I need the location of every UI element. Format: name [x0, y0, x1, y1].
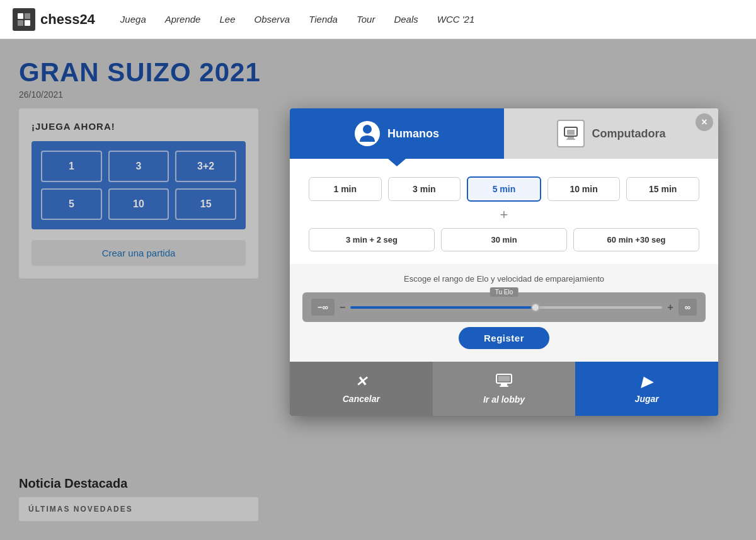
- slider-container: Tu Elo −∞ − + ∞: [302, 292, 706, 322]
- register-button[interactable]: Register: [459, 327, 549, 349]
- modal-body: 1 min 3 min 5 min 10 min 15 min + 3 min …: [290, 159, 718, 362]
- svg-rect-6: [567, 130, 575, 135]
- play-modal: × Humanos: [290, 108, 718, 416]
- logo-text: chess24: [40, 11, 95, 28]
- play-label: Jugar: [635, 394, 659, 404]
- lobby-icon: [495, 373, 513, 391]
- svg-rect-11: [501, 384, 507, 386]
- svg-rect-10: [498, 376, 510, 381]
- minus-infinity-btn[interactable]: −∞: [311, 299, 335, 316]
- elo-section: Escoge el rango de Elo y velocidad de em…: [290, 264, 718, 362]
- svg-rect-3: [25, 20, 30, 26]
- nav-aprende[interactable]: Aprende: [165, 14, 201, 25]
- elo-slider-fill: [350, 306, 537, 309]
- cancel-button[interactable]: ✕ Cancelar: [290, 362, 433, 416]
- time-options-row2: 3 min + 2 seg 30 min 60 min +30 seg: [309, 228, 699, 251]
- plus-btn[interactable]: +: [667, 302, 673, 313]
- time-opt-15min[interactable]: 15 min: [626, 177, 699, 201]
- logo[interactable]: chess24: [13, 8, 95, 31]
- svg-rect-8: [566, 139, 575, 140]
- modal-tabs: Humanos Computadora: [290, 108, 718, 159]
- main-content: GRAN SUIZO 2021 26/10/2021 ¡JUEGA AHORA!…: [0, 39, 756, 540]
- elo-slider-track[interactable]: [350, 306, 662, 309]
- nav-lee[interactable]: Lee: [219, 14, 235, 25]
- computer-tab-label: Computadora: [592, 127, 666, 141]
- play-button[interactable]: ▶ Jugar: [575, 362, 718, 416]
- elo-label: Escoge el rango de Elo y velocidad de em…: [302, 274, 706, 284]
- tab-computer[interactable]: Computadora: [504, 108, 718, 159]
- nav-wcc21[interactable]: WCC '21: [437, 14, 475, 25]
- header: chess24 Juega Aprende Lee Observa Tienda…: [0, 0, 756, 39]
- lobby-button[interactable]: Ir al lobby: [433, 362, 576, 416]
- svg-point-4: [363, 125, 372, 134]
- modal-footer: ✕ Cancelar Ir al lobby ▶ Jugar: [290, 362, 718, 416]
- cancel-icon: ✕: [355, 374, 367, 390]
- time-opt-3plus2[interactable]: 3 min + 2 seg: [309, 228, 435, 251]
- nav-observa[interactable]: Observa: [254, 14, 290, 25]
- time-opt-10min[interactable]: 10 min: [547, 177, 621, 201]
- logo-icon: [13, 8, 35, 31]
- humans-tab-label: Humanos: [387, 127, 439, 141]
- register-btn-wrap: Register: [302, 327, 706, 349]
- tab-humans[interactable]: Humanos: [290, 108, 504, 159]
- time-opt-30min[interactable]: 30 min: [441, 228, 567, 251]
- time-options-row1: 1 min 3 min 5 min 10 min 15 min: [309, 176, 699, 202]
- svg-rect-12: [500, 386, 508, 387]
- lobby-label: Ir al lobby: [483, 394, 525, 405]
- svg-rect-7: [568, 137, 574, 139]
- nav-juega[interactable]: Juega: [120, 14, 146, 25]
- time-opt-5min[interactable]: 5 min: [467, 176, 541, 202]
- nav-tienda[interactable]: Tienda: [309, 14, 338, 25]
- nav-deals[interactable]: Deals: [394, 14, 418, 25]
- elo-slider-label: Tu Elo: [490, 287, 518, 297]
- cancel-label: Cancelar: [343, 394, 380, 404]
- plus-separator: +: [309, 202, 699, 228]
- computer-icon: [557, 120, 585, 147]
- time-opt-1min[interactable]: 1 min: [309, 177, 382, 201]
- plus-infinity-btn[interactable]: ∞: [679, 299, 697, 316]
- time-opt-60plus30[interactable]: 60 min +30 seg: [573, 228, 699, 251]
- elo-slider-thumb[interactable]: [531, 303, 540, 312]
- svg-rect-0: [18, 13, 23, 19]
- modal-close-button[interactable]: ×: [696, 113, 713, 131]
- svg-rect-1: [25, 13, 30, 19]
- svg-rect-2: [18, 20, 23, 26]
- nav-tour[interactable]: Tour: [357, 14, 375, 25]
- human-icon: [355, 121, 380, 146]
- play-icon: ▶: [641, 374, 652, 390]
- minus-btn[interactable]: −: [340, 302, 345, 313]
- time-opt-3min[interactable]: 3 min: [388, 177, 461, 201]
- main-nav: Juega Aprende Lee Observa Tienda Tour De…: [120, 14, 474, 25]
